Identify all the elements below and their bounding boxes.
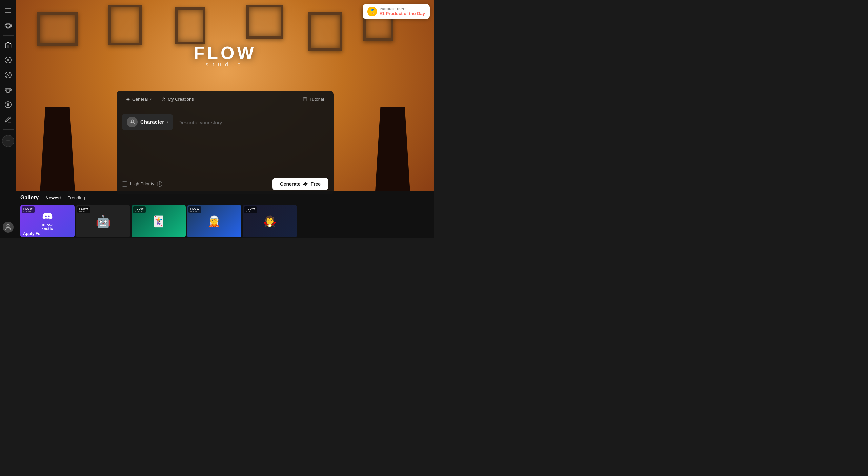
sidebar-menu-icon[interactable] — [1, 4, 15, 18]
tutorial-button[interactable]: Tutorial — [299, 95, 328, 104]
character-avatar-icon — [127, 117, 138, 127]
gallery-watermark-3: FLOW studio — [133, 206, 146, 213]
creation-panel: ⊕ General ▾ ⏱ My Creations Tutorial Char… — [117, 91, 334, 194]
svg-point-5 — [5, 57, 11, 63]
generate-button[interactable]: Generate Free — [272, 178, 328, 190]
svg-point-6 — [7, 59, 9, 61]
gallery-title: Gallery — [20, 195, 39, 201]
general-tab-icon: ⊕ — [126, 97, 130, 102]
sidebar-token-icon[interactable] — [1, 98, 15, 112]
general-tab-chevron: ▾ — [150, 97, 152, 101]
flow-studio-logo: FLOW studio — [194, 43, 256, 68]
high-priority-checkbox[interactable] — [122, 181, 127, 187]
svg-marker-4 — [6, 24, 11, 28]
painting-2 — [108, 5, 142, 45]
discord-content: FLOWstudio — [42, 212, 53, 231]
sidebar-divider-1 — [3, 35, 14, 36]
girl-emoji: 🧝 — [207, 215, 221, 228]
high-priority-label: High Priority — [130, 181, 154, 186]
tab-my-creations[interactable]: ⏱ My Creations — [157, 95, 198, 104]
gallery-item-girl[interactable]: FLOW studio 🧝 — [187, 205, 241, 237]
character-label: Character — [140, 119, 164, 125]
ph-title: #1 Product of the Day — [380, 11, 425, 16]
general-tab-label: General — [132, 97, 148, 102]
gallery-watermark-1: FLOW studio — [22, 206, 35, 213]
svg-point-10 — [7, 225, 9, 227]
medal-emoji: 🥇 — [369, 9, 375, 14]
plus-icon: + — [6, 137, 10, 145]
gallery-item-girl-bg: FLOW studio 🧝 — [187, 205, 241, 237]
tutorial-label: Tutorial — [309, 97, 324, 102]
ph-text-block: PRODUCT HUNT #1 Product of the Day — [380, 7, 425, 16]
panel-body: Character › — [117, 108, 334, 174]
sidebar-divider-2 — [3, 129, 14, 130]
gallery-watermark-2: FLOW studio — [77, 206, 90, 213]
high-priority-option[interactable]: High Priority i — [122, 181, 162, 187]
high-priority-info-icon[interactable]: i — [157, 181, 162, 187]
svg-marker-8 — [7, 74, 9, 76]
my-creations-tab-label: My Creations — [168, 97, 194, 102]
svg-point-7 — [5, 72, 11, 78]
free-label: Free — [310, 181, 321, 187]
generate-label: Generate — [280, 181, 301, 187]
apply-text: Apply For — [23, 231, 42, 236]
ph-label: PRODUCT HUNT — [380, 7, 425, 11]
svg-point-14 — [131, 120, 134, 122]
sidebar-explore-icon[interactable] — [1, 68, 15, 82]
svg-rect-11 — [303, 98, 307, 101]
gallery-item-villain[interactable]: FLOW studio 🃏 — [132, 205, 186, 237]
sidebar-trophy-icon[interactable] — [1, 83, 15, 97]
panel-footer: High Priority i Generate Free — [117, 174, 334, 194]
medal-icon: 🥇 — [367, 7, 377, 16]
gallery-item-character-bg: FLOW studio 🤖 — [76, 205, 130, 237]
main-content: 🥇 PRODUCT HUNT #1 Product of the Day FLO… — [16, 0, 434, 238]
sidebar-home-icon[interactable] — [1, 38, 15, 52]
painting-5 — [308, 12, 342, 51]
discord-icon — [42, 212, 53, 222]
sidebar: + — [0, 0, 16, 238]
discord-flow-label: FLOWstudio — [42, 224, 53, 231]
gallery-header: Gallery Newest Trending — [16, 195, 434, 205]
gallery-item-villain-bg: FLOW studio 🃏 — [132, 205, 186, 237]
sidebar-avatar[interactable] — [1, 220, 15, 234]
painting-1 — [37, 12, 78, 46]
sidebar-logo-icon[interactable] — [1, 19, 15, 33]
character-face-emoji: 🤖 — [96, 214, 111, 229]
gallery-watermark-4: FLOW studio — [188, 206, 201, 213]
villain-emoji: 🃏 — [152, 215, 165, 228]
gallery-section: Gallery Newest Trending FLOW studio FLOW… — [16, 191, 434, 238]
gallery-item-dark-bg: FLOW studio 🧛 — [243, 205, 297, 237]
gallery-watermark-5: FLOW studio — [244, 206, 257, 213]
my-creations-tab-icon: ⏱ — [161, 97, 166, 102]
dark-emoji: 🧛 — [263, 215, 277, 228]
sidebar-add-button[interactable]: + — [2, 135, 14, 147]
gallery-item-character[interactable]: FLOW studio 🤖 — [76, 205, 130, 237]
tab-general[interactable]: ⊕ General ▾ — [122, 95, 156, 104]
gallery-item-dark[interactable]: FLOW studio 🧛 — [243, 205, 297, 237]
gallery-item-discord[interactable]: FLOW studio FLOWstudio Apply For — [20, 205, 75, 237]
panel-tabs: ⊕ General ▾ ⏱ My Creations Tutorial — [117, 91, 334, 108]
sidebar-game-icon[interactable] — [1, 53, 15, 67]
character-chevron-icon: › — [167, 120, 168, 124]
gallery-tab-trending[interactable]: Trending — [68, 195, 85, 202]
user-avatar — [3, 222, 14, 233]
text-area-space — [122, 134, 328, 168]
sidebar-bottom — [1, 220, 15, 234]
product-hunt-badge[interactable]: 🥇 PRODUCT HUNT #1 Product of the Day — [363, 4, 430, 19]
painting-4 — [246, 5, 283, 39]
painting-3 — [175, 7, 205, 44]
generate-icon — [303, 182, 308, 186]
gallery-tab-newest[interactable]: Newest — [45, 195, 61, 202]
character-button[interactable]: Character › — [122, 114, 173, 130]
story-input[interactable] — [173, 117, 328, 127]
logo-main: FLOW — [194, 43, 256, 63]
gallery-grid: FLOW studio FLOWstudio Apply For — [16, 205, 434, 238]
character-row: Character › — [122, 114, 328, 130]
logo-text: FLOW — [194, 43, 256, 63]
sidebar-create-icon[interactable] — [1, 113, 15, 126]
gallery-item-discord-bg: FLOW studio FLOWstudio Apply For — [20, 205, 75, 237]
